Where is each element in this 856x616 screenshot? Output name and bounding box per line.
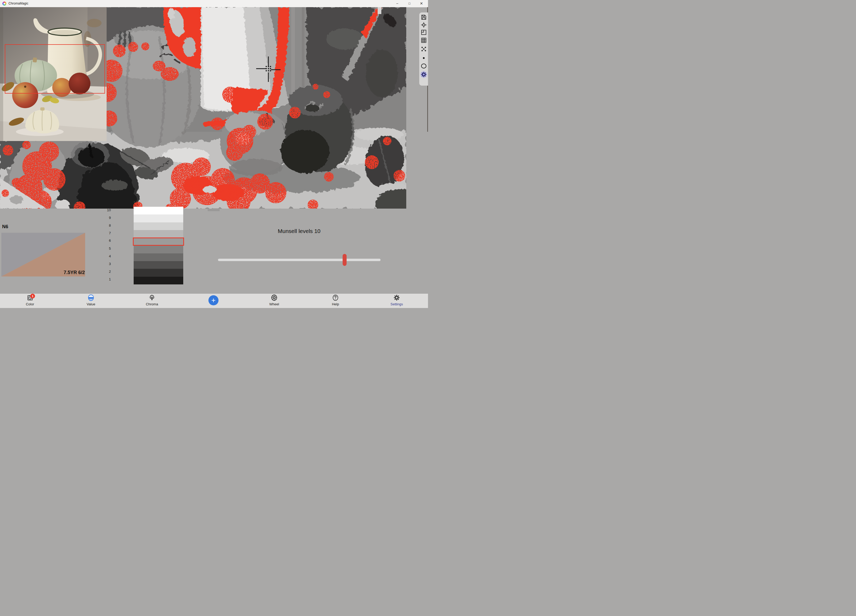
tab-help[interactable]: Help	[318, 295, 353, 306]
value-swatch-9[interactable]	[134, 214, 183, 222]
tab-label: Color	[13, 302, 47, 306]
value-scale-number: 8	[101, 223, 111, 227]
app-title: ChromaMagic	[8, 2, 28, 5]
sun-icon[interactable]	[420, 71, 427, 78]
crosshair-target-icon[interactable]	[420, 22, 427, 28]
tab-label: Chroma	[135, 302, 169, 306]
value-scale-number: 10	[101, 208, 111, 212]
neutral-swatch-label: N6	[2, 224, 8, 230]
value-swatch-4[interactable]	[134, 253, 183, 261]
bottom-toolbar: 1 Color Value	[0, 293, 428, 308]
selected-value-outline	[133, 238, 184, 246]
color-wheel-icon	[271, 294, 278, 302]
lightbulb-icon	[148, 294, 155, 302]
maximize-button[interactable]: □	[405, 0, 414, 7]
munsell-levels-slider[interactable]	[218, 259, 380, 261]
question-mark-icon	[332, 294, 339, 302]
source-image-thumbnail[interactable]	[0, 7, 106, 141]
value-scale-number: 5	[101, 246, 111, 250]
value-scale-number: 3	[101, 262, 111, 266]
munsell-levels-label: Munsell levels 10	[238, 228, 360, 234]
title-bar: ChromaMagic – □ ✕	[0, 0, 428, 8]
tab-label: Value	[74, 302, 108, 306]
save-icon[interactable]	[420, 14, 427, 20]
add-button-tab[interactable]: +	[196, 295, 231, 306]
close-button[interactable]: ✕	[417, 0, 426, 7]
value-swatch-1[interactable]	[134, 277, 183, 284]
minimize-button[interactable]: –	[393, 0, 402, 7]
value-swatch-2[interactable]	[134, 269, 183, 277]
color-badge: 1	[30, 294, 35, 298]
tab-label: Wheel	[257, 302, 291, 306]
slider-thumb[interactable]	[343, 254, 346, 266]
value-swatch-7[interactable]	[134, 230, 183, 238]
viewer-tool-strip	[419, 12, 428, 86]
value-scale-number: 4	[101, 254, 111, 258]
value-scale-number: 7	[101, 231, 111, 235]
value-swatch-3[interactable]	[134, 261, 183, 269]
value-swatch-5[interactable]	[134, 246, 183, 253]
value-scale-number: 6	[101, 238, 111, 243]
value-scale-number: 2	[101, 270, 111, 273]
circle-icon[interactable]	[420, 63, 427, 69]
picture-in-picture-icon[interactable]	[420, 29, 427, 35]
value-swatch-10[interactable]	[134, 207, 183, 214]
value-swatch-8[interactable]	[134, 223, 183, 230]
value-scale-number: 1	[101, 277, 111, 281]
tab-label: Settings	[379, 302, 414, 306]
gear-icon	[393, 294, 400, 302]
tab-label: Help	[318, 302, 353, 306]
value-scale-number: 9	[101, 216, 111, 220]
tab-value[interactable]: Value	[74, 295, 108, 306]
value-sphere-icon	[88, 294, 94, 302]
munsell-swatch-label: 7.5YR 6/2	[31, 270, 85, 275]
tab-chroma[interactable]: Chroma	[135, 295, 169, 306]
tab-wheel[interactable]: Wheel	[257, 295, 291, 306]
expand-icon[interactable]	[420, 46, 427, 52]
grid-icon[interactable]	[420, 37, 427, 43]
app-logo-icon	[2, 2, 6, 6]
selection-rectangle[interactable]	[5, 44, 105, 94]
panel-drag-handle[interactable]	[208, 209, 220, 211]
dot-icon[interactable]	[420, 55, 427, 61]
tab-color[interactable]: 1 Color	[13, 295, 47, 306]
add-button[interactable]: +	[208, 295, 219, 305]
tab-settings[interactable]: Settings	[379, 295, 414, 306]
